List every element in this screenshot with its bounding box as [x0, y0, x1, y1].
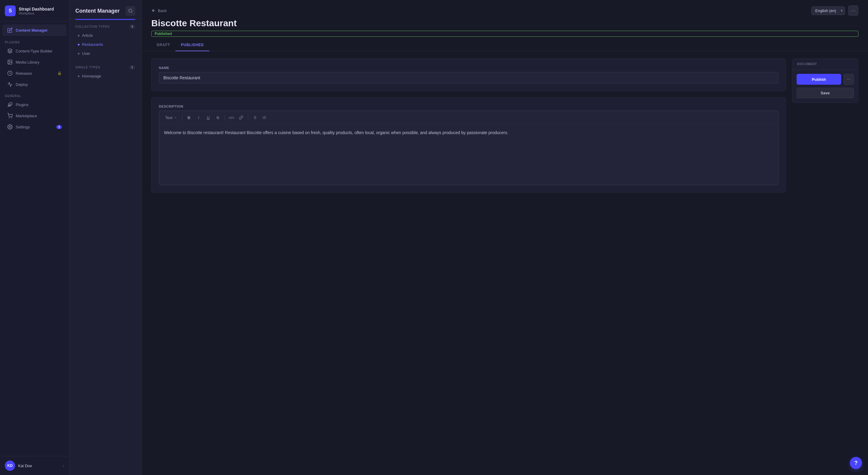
search-button[interactable]: [126, 6, 135, 16]
code-label: </>: [228, 116, 234, 120]
svg-point-9: [129, 9, 132, 12]
publish-button[interactable]: Publish: [797, 74, 841, 85]
app-workspace: Workplace: [19, 11, 54, 15]
collapse-sidebar-icon[interactable]: ‹: [63, 463, 64, 468]
tab-published[interactable]: PUBLISHED: [176, 40, 209, 51]
sidebar-item-label: Media Library: [16, 60, 39, 64]
app-name: Strapi Dashboard: [19, 7, 54, 11]
link-button[interactable]: [237, 113, 245, 122]
edit-icon: [7, 27, 13, 33]
sidebar-item-marketplace[interactable]: Marketplace: [2, 110, 67, 121]
name-input[interactable]: [159, 72, 778, 84]
unordered-list-button[interactable]: [250, 113, 259, 122]
language-selector-wrapper: English (en): [811, 6, 845, 15]
sidebar-item-label: Deploy: [16, 82, 28, 87]
status-badge: Published: [151, 31, 858, 37]
collection-types-section: COLLECTION TYPES 3 Article Restaurants U…: [69, 20, 141, 61]
back-button[interactable]: Back: [151, 8, 167, 13]
text-format-label: Text: [165, 116, 173, 120]
svg-point-2: [9, 61, 9, 62]
more-options-button[interactable]: ···: [848, 5, 858, 16]
tab-draft[interactable]: DRAFT: [151, 40, 176, 51]
dot-icon: [78, 75, 80, 77]
sidebar-item-label: Content-Type Builder: [16, 49, 53, 53]
list-ul-icon: [253, 116, 257, 120]
code-button[interactable]: </>: [227, 113, 236, 122]
save-button[interactable]: Save: [797, 88, 854, 98]
topbar-right: English (en) ···: [811, 5, 858, 16]
sidebar-item-label: Marketplace: [16, 114, 37, 118]
single-types-section: SINGLE TYPES 1 Homepage: [69, 61, 141, 83]
sidebar-item-label: Releases: [16, 71, 32, 76]
toolbar-separator-2: [224, 115, 225, 121]
bold-button[interactable]: B: [185, 113, 193, 122]
collection-item-homepage[interactable]: Homepage: [75, 72, 135, 81]
language-select[interactable]: English (en): [811, 6, 845, 15]
content-manager-sidebar: Content Manager COLLECTION TYPES 3 Artic…: [69, 0, 142, 475]
sidebar-item-media-library[interactable]: Media Library: [2, 57, 67, 67]
second-sidebar-title: Content Manager: [75, 8, 120, 14]
collection-item-label: User: [82, 51, 90, 56]
sidebar-item-plugins[interactable]: Plugins: [2, 99, 67, 110]
collection-item-label: Article: [82, 33, 93, 38]
sidebar-item-content-type-builder[interactable]: Content-Type Builder: [2, 45, 67, 56]
collection-count: 3: [129, 25, 135, 29]
document-card: DOCUMENT Publish ··· Save: [792, 59, 858, 103]
sidebar-active-label: Content Manager: [16, 28, 48, 33]
sidebar-item-content-manager[interactable]: Content Manager: [2, 24, 67, 36]
svg-point-6: [9, 118, 10, 118]
single-types-label: SINGLE TYPES 1: [75, 65, 135, 69]
content-area: Name Description Text B: [142, 51, 868, 475]
deploy-icon: [7, 82, 13, 87]
plugins-label: PLUGINS: [0, 36, 69, 45]
collection-item-article[interactable]: Article: [75, 31, 135, 40]
svg-line-10: [131, 12, 132, 13]
toolbar-separator-3: [248, 115, 248, 121]
app-logo: S: [5, 5, 16, 16]
sidebar-footer: KD Kai Doe ‹: [0, 456, 69, 475]
help-button[interactable]: ?: [850, 457, 862, 469]
releases-icon: [7, 70, 13, 76]
sidebar-item-settings[interactable]: Settings 1: [2, 122, 67, 132]
settings-icon: [7, 124, 13, 130]
svg-point-7: [11, 118, 12, 118]
editor-content[interactable]: Welcome to Biscotte restaurant! Restaura…: [159, 124, 778, 185]
main-content: Back English (en) ··· Biscotte Restauran…: [142, 0, 868, 475]
topbar: Back English (en) ···: [142, 0, 868, 16]
italic-button[interactable]: I: [194, 113, 203, 122]
svg-marker-0: [8, 49, 12, 51]
back-label: Back: [158, 8, 167, 13]
description-label: Description: [159, 104, 778, 108]
collection-types-label: COLLECTION TYPES 3: [75, 25, 135, 29]
single-count: 1: [129, 65, 135, 69]
ordered-list-button[interactable]: [260, 113, 269, 122]
text-format-selector[interactable]: Text: [163, 114, 180, 121]
cart-icon: [7, 113, 13, 119]
lock-icon: 🔒: [57, 71, 62, 75]
second-sidebar-header: Content Manager: [69, 0, 141, 19]
svg-point-8: [9, 126, 11, 128]
underline-button[interactable]: U: [204, 113, 213, 122]
name-label: Name: [159, 66, 778, 70]
strikethrough-button[interactable]: S: [214, 113, 222, 122]
publish-row: Publish ···: [797, 74, 854, 85]
document-card-body: Publish ··· Save: [792, 70, 858, 102]
dot-icon: [78, 35, 80, 36]
document-header: DOCUMENT: [792, 59, 858, 70]
link-icon: [239, 116, 243, 120]
user-name: Kai Doe: [18, 464, 32, 468]
publish-more-button[interactable]: ···: [844, 74, 854, 85]
user-avatar[interactable]: KD: [5, 461, 15, 471]
dot-icon: [78, 44, 80, 45]
sidebar-header: S Strapi Dashboard Workplace: [0, 0, 69, 22]
sidebar-item-deploy[interactable]: Deploy: [2, 79, 67, 90]
description-text: Welcome to Biscotte restaurant! Restaura…: [164, 130, 508, 135]
general-label: GENERAL: [0, 90, 69, 99]
sidebar-item-releases[interactable]: Releases 🔒: [2, 68, 67, 79]
collection-item-user[interactable]: User: [75, 49, 135, 58]
rich-text-editor[interactable]: Text B I U S: [159, 110, 778, 185]
settings-badge: 1: [56, 125, 62, 129]
description-field-card: Description Text B I: [151, 97, 786, 193]
toolbar-separator: [182, 115, 182, 121]
collection-item-restaurants[interactable]: Restaurants: [75, 40, 135, 49]
